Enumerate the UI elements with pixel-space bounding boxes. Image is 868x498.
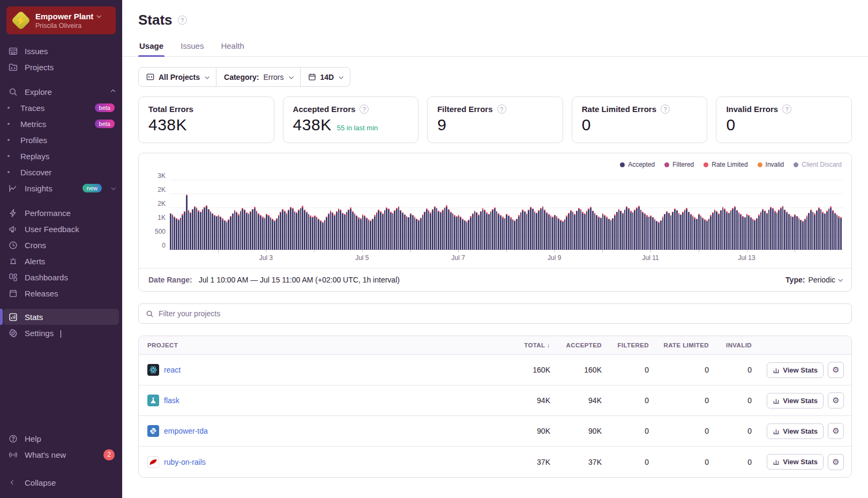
usage-bar[interactable]	[716, 211, 717, 250]
usage-bar[interactable]	[714, 210, 716, 250]
legend-item-rate-limited[interactable]: Rate Limited	[704, 161, 747, 168]
usage-bar[interactable]	[200, 212, 201, 250]
usage-bar[interactable]	[256, 211, 258, 250]
usage-bar[interactable]	[204, 207, 205, 250]
usage-bar[interactable]	[378, 210, 379, 250]
legend-item-client-discard[interactable]: Client Discard	[794, 161, 842, 168]
usage-bar[interactable]	[336, 211, 338, 250]
usage-bar[interactable]	[518, 215, 520, 250]
usage-bar[interactable]	[318, 219, 319, 250]
usage-bar[interactable]	[640, 210, 642, 250]
usage-bar[interactable]	[294, 211, 296, 250]
usage-bar[interactable]	[348, 210, 349, 250]
usage-bar[interactable]	[402, 212, 403, 250]
usage-bar[interactable]	[806, 215, 808, 250]
usage-bar[interactable]	[264, 218, 266, 250]
usage-bar[interactable]	[340, 210, 341, 250]
usage-bar[interactable]	[530, 207, 532, 250]
usage-bar[interactable]	[246, 212, 248, 250]
usage-bar[interactable]	[778, 210, 780, 250]
usage-bar[interactable]	[260, 215, 261, 250]
usage-bar[interactable]	[694, 217, 695, 250]
sidebar-item-stats[interactable]: Stats	[3, 309, 119, 325]
usage-bar[interactable]	[678, 213, 680, 250]
column-header-project[interactable]: PROJECT	[139, 342, 497, 348]
usage-bar[interactable]	[570, 210, 572, 250]
usage-bar[interactable]	[560, 220, 562, 250]
sidebar-item-help[interactable]: Help	[3, 430, 119, 447]
usage-bar[interactable]	[274, 220, 275, 250]
usage-bar[interactable]	[198, 210, 199, 250]
usage-bar[interactable]	[586, 211, 588, 250]
project-link[interactable]: react	[164, 366, 181, 374]
project-link[interactable]: ruby-on-rails	[164, 458, 206, 466]
usage-bar[interactable]	[306, 212, 308, 250]
usage-bar[interactable]	[538, 210, 540, 250]
usage-bar[interactable]	[400, 210, 401, 250]
usage-bar[interactable]	[220, 217, 221, 250]
org-switcher[interactable]: ⚡ Empower Plant Priscila Oliveira	[6, 6, 116, 34]
usage-bar[interactable]	[828, 209, 830, 250]
usage-bar[interactable]	[486, 212, 488, 250]
usage-bar[interactable]	[190, 212, 191, 250]
usage-bar[interactable]	[446, 205, 447, 250]
usage-bar[interactable]	[836, 214, 838, 250]
usage-bar[interactable]	[780, 207, 782, 250]
usage-bar[interactable]	[178, 219, 179, 250]
usage-bar[interactable]	[452, 213, 454, 250]
usage-bar[interactable]	[684, 210, 686, 250]
usage-bar[interactable]	[536, 213, 537, 250]
usage-bar[interactable]	[556, 216, 558, 250]
usage-bar[interactable]	[706, 220, 708, 250]
project-filter-dropdown[interactable]: All Projects	[139, 68, 216, 86]
legend-item-filtered[interactable]: Filtered	[664, 161, 694, 168]
usage-bar[interactable]	[732, 208, 734, 250]
usage-bar[interactable]	[460, 217, 461, 250]
usage-bar[interactable]	[184, 211, 185, 250]
usage-bar[interactable]	[344, 214, 346, 250]
sidebar-item-projects[interactable]: Projects	[3, 59, 119, 75]
usage-bar[interactable]	[242, 208, 243, 250]
usage-bar[interactable]	[722, 207, 724, 250]
usage-bar[interactable]	[426, 209, 428, 250]
usage-bar[interactable]	[796, 216, 798, 250]
usage-bar[interactable]	[786, 212, 788, 250]
usage-bar[interactable]	[794, 214, 796, 250]
help-question-icon[interactable]	[360, 105, 369, 114]
usage-bar[interactable]	[188, 210, 190, 250]
usage-bar[interactable]	[608, 219, 610, 250]
usage-bar[interactable]	[808, 213, 810, 250]
usage-bar[interactable]	[352, 211, 354, 250]
usage-bar[interactable]	[664, 214, 665, 250]
usage-bar[interactable]	[582, 212, 583, 250]
project-settings-button[interactable]: ⚙	[828, 362, 844, 378]
project-settings-button[interactable]: ⚙	[828, 454, 844, 470]
usage-bar[interactable]	[324, 220, 326, 250]
usage-bar[interactable]	[682, 212, 684, 250]
usage-bar[interactable]	[580, 209, 582, 250]
help-question-icon[interactable]	[661, 105, 670, 114]
usage-bar[interactable]	[522, 210, 523, 250]
usage-bar[interactable]	[448, 209, 450, 250]
sidebar-section-explore[interactable]: Explore	[3, 84, 119, 100]
usage-bar[interactable]	[182, 214, 183, 250]
project-link[interactable]: flask	[164, 396, 179, 405]
usage-bar[interactable]	[270, 217, 272, 250]
usage-bar[interactable]	[668, 213, 670, 250]
view-stats-button[interactable]: View Stats	[767, 454, 824, 470]
usage-bar[interactable]	[228, 219, 229, 250]
usage-bar[interactable]	[244, 210, 245, 250]
tab-health[interactable]: Health	[220, 41, 245, 56]
usage-bar[interactable]	[208, 209, 209, 250]
project-settings-button[interactable]: ⚙	[828, 392, 844, 408]
usage-bar[interactable]	[742, 216, 744, 250]
usage-bar[interactable]	[482, 208, 484, 250]
usage-bar[interactable]	[720, 210, 722, 250]
usage-bar[interactable]	[508, 215, 510, 250]
usage-bar[interactable]	[540, 208, 542, 250]
usage-bar[interactable]	[650, 215, 652, 250]
usage-bar[interactable]	[686, 208, 687, 250]
usage-bar[interactable]	[526, 213, 528, 250]
usage-bar[interactable]	[416, 219, 417, 250]
usage-bar[interactable]	[776, 212, 778, 250]
